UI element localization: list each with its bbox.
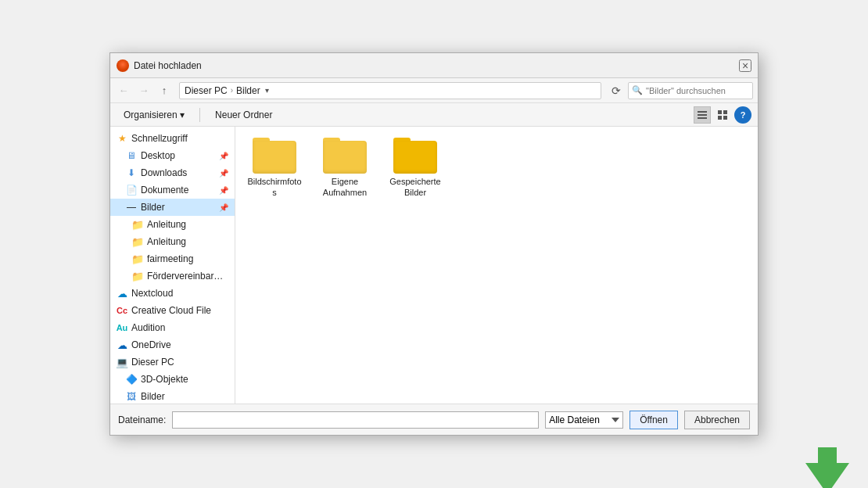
sidebar-item-downloads[interactable]: ⬇ Downloads 📌 — [110, 164, 235, 181]
sidebar-item-desktop[interactable]: 🖥 Desktop 📌 — [110, 147, 235, 164]
folder-icon-2: 📁 — [132, 236, 143, 247]
new-folder-button[interactable]: Neuer Ordner — [208, 106, 279, 124]
docs-icon: 📄 — [126, 185, 137, 196]
view-grid-button[interactable] — [714, 106, 731, 124]
sidebar-item-anleitung2[interactable]: 📁 Anleitung — [110, 233, 235, 250]
sidebar-item-foerdervereinbar[interactable]: 📁 Fördervereinbar… — [110, 267, 235, 285]
sidebar-item-fairmeeting[interactable]: 📁 fairmeeting — [110, 250, 235, 267]
app-icon — [117, 59, 129, 72]
view-list-button[interactable] — [694, 106, 711, 124]
sidebar-label-creativecloud: Creative Cloud File — [131, 305, 211, 316]
cancel-button[interactable]: Abbrechen — [684, 411, 750, 429]
sidebar-item-nextcloud[interactable]: ☁ Nextcloud — [110, 285, 235, 302]
file-dialog: Datei hochladen × ← → ↑ Dieser PC › Bild… — [109, 52, 759, 436]
sidebar-item-thispc[interactable]: 💻 Dieser PC — [110, 353, 235, 371]
title-bar-left: Datei hochladen — [117, 59, 202, 72]
folder-icon-bildschirmfotos — [253, 138, 296, 174]
folder-label-gespeichertebilder: Gespeicherte Bilder — [389, 176, 440, 199]
sidebar-label-dokumente: Dokumente — [141, 185, 188, 196]
sidebar-item-dokumente[interactable]: 📄 Dokumente 📌 — [110, 181, 235, 199]
download-icon: ⬇ — [126, 167, 137, 178]
back-button[interactable]: ← — [115, 82, 132, 99]
folder-bildschirmfotos[interactable]: Bildschirmfotos — [243, 135, 306, 202]
help-button[interactable]: ? — [734, 106, 751, 124]
sidebar-label-audition: Audition — [131, 322, 165, 333]
open-button[interactable]: Öffnen — [629, 411, 678, 429]
onedrive-icon: ☁ — [117, 339, 127, 350]
toolbar: Organisieren ▾ Neuer Ordner ? — [110, 103, 758, 127]
bottom-bar: Dateiname: Alle Dateien Öffnen Abbrechen — [110, 404, 758, 435]
pin-icon-bilder: 📌 — [219, 203, 228, 212]
green-arrow-icon — [805, 447, 849, 488]
toolbar-separator — [199, 108, 200, 122]
search-box: 🔍 — [628, 82, 753, 99]
svg-rect-2 — [698, 117, 707, 119]
svg-marker-7 — [805, 447, 849, 488]
nextcloud-icon: ☁ — [117, 288, 127, 299]
sidebar-label-fairmeeting: fairmeeting — [147, 253, 193, 264]
sidebar-label-schnellzugriff: Schnellzugriff — [131, 133, 188, 144]
sidebar-item-bilder2[interactable]: 🖼 Bilder — [110, 388, 235, 404]
sidebar-item-schnellzugriff[interactable]: ★ Schnellzugriff — [110, 130, 235, 147]
svg-rect-1 — [698, 114, 707, 116]
sidebar-item-anleitung1[interactable]: 📁 Anleitung — [110, 216, 235, 233]
sidebar-label-onedrive: OneDrive — [131, 339, 171, 350]
nav-bar: ← → ↑ Dieser PC › Bilder ▾ ⟳ 🔍 — [110, 78, 758, 103]
folder-icon-4: 📁 — [132, 271, 143, 282]
pin-icon-dl: 📌 — [219, 169, 228, 178]
sidebar: ★ Schnellzugriff 🖥 Desktop 📌 ⬇ Downloads… — [110, 127, 235, 404]
search-input[interactable] — [646, 86, 749, 95]
sidebar-item-creativecloud[interactable]: Cc Creative Cloud File — [110, 302, 235, 319]
close-button[interactable]: × — [739, 59, 751, 72]
svg-rect-3 — [718, 110, 722, 114]
breadcrumb: Dieser PC › Bilder ▾ — [179, 82, 601, 99]
sidebar-label-anleitung2: Anleitung — [147, 236, 186, 247]
filename-label: Dateiname: — [118, 414, 166, 425]
folder-icon-eigeneaufnahmen — [323, 138, 367, 174]
sidebar-label-nextcloud: Nextcloud — [131, 288, 173, 299]
folder-label-bildschirmfotos: Bildschirmfotos — [246, 176, 303, 199]
forward-button[interactable]: → — [135, 82, 152, 99]
bilder-icon: — — [126, 202, 137, 213]
svg-rect-0 — [698, 111, 707, 113]
dialog-title: Datei hochladen — [134, 60, 202, 71]
svg-rect-6 — [723, 116, 727, 120]
sidebar-item-bilder[interactable]: — Bilder 📌 — [110, 199, 235, 216]
sidebar-item-3dobjekte[interactable]: 🔷 3D-Objekte — [110, 371, 235, 388]
sidebar-label-desktop: Desktop — [141, 150, 175, 161]
breadcrumb-current: Bilder — [236, 85, 260, 96]
sidebar-item-onedrive[interactable]: ☁ OneDrive — [110, 336, 235, 353]
refresh-button[interactable]: ⟳ — [608, 82, 625, 99]
content-area: ★ Schnellzugriff 🖥 Desktop 📌 ⬇ Downloads… — [110, 127, 758, 404]
folder-label-eigeneaufnahmen: Eigene Aufnahmen — [323, 176, 367, 199]
file-area: Bildschirmfotos Eigene Aufnahmen Gespeic… — [235, 127, 758, 404]
bilder2-icon: 🖼 — [126, 391, 137, 402]
sidebar-label-3d: 3D-Objekte — [141, 374, 188, 385]
sidebar-label-bilder2: Bilder — [141, 391, 165, 402]
sidebar-label-bilder: Bilder — [141, 202, 165, 213]
folder-icon-gespeichertebilder — [393, 138, 437, 174]
title-bar: Datei hochladen × — [110, 53, 758, 78]
folder-icon-1: 📁 — [132, 219, 143, 230]
sidebar-label-thispc: Dieser PC — [131, 357, 174, 368]
svg-rect-5 — [718, 116, 722, 120]
breadcrumb-dropdown[interactable]: ▾ — [265, 86, 269, 95]
filename-input[interactable] — [172, 411, 539, 429]
organize-button[interactable]: Organisieren ▾ — [117, 106, 192, 124]
toolbar-right: ? — [694, 106, 751, 124]
pin-icon-docs: 📌 — [219, 186, 228, 195]
sidebar-item-audition[interactable]: Au Audition — [110, 319, 235, 336]
desktop-icon: 🖥 — [126, 150, 137, 161]
svg-rect-4 — [723, 110, 727, 114]
breadcrumb-root: Dieser PC — [185, 85, 228, 96]
breadcrumb-separator: › — [231, 86, 233, 95]
folder-gespeichertebilder[interactable]: Gespeicherte Bilder — [384, 135, 447, 202]
3d-icon: 🔷 — [126, 374, 137, 385]
pin-icon: 📌 — [219, 152, 228, 160]
cc-icon: Cc — [117, 305, 127, 316]
star-icon: ★ — [117, 133, 127, 144]
filetype-select[interactable]: Alle Dateien — [545, 411, 623, 429]
folder-eigeneaufnahmen[interactable]: Eigene Aufnahmen — [314, 135, 376, 202]
up-button[interactable]: ↑ — [156, 82, 173, 99]
search-icon: 🔍 — [632, 85, 643, 95]
